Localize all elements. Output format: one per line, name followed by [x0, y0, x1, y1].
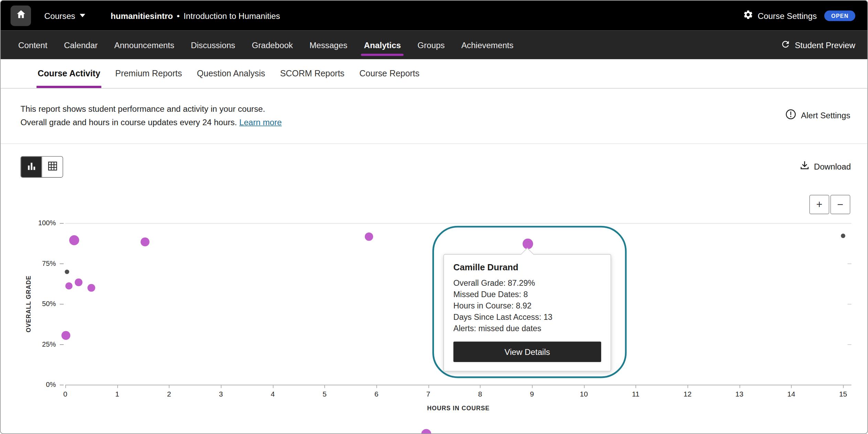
chart-view-button[interactable]	[21, 157, 42, 177]
x-tick-mark	[117, 385, 118, 388]
secondary-point[interactable]	[65, 269, 69, 274]
alert-settings-label: Alert Settings	[801, 110, 850, 120]
zoom-controls: + −	[809, 195, 850, 214]
y-tick-mark	[60, 263, 64, 264]
x-tick-mark	[584, 385, 585, 388]
nav-tab-content[interactable]: Content	[18, 31, 47, 59]
alert-icon	[785, 109, 796, 122]
subtab-course-reports[interactable]: Course Reports	[359, 59, 420, 88]
x-tick-mark	[273, 385, 273, 388]
student-tooltip: Camille Durand Overall Grade: 87.29% Mis…	[443, 254, 611, 371]
y-tick-mark-right	[847, 263, 851, 264]
course-nav: Content Calendar Announcements Discussio…	[1, 31, 868, 59]
tooltip-student-name: Camille Durand	[453, 262, 601, 272]
x-tick-label: 12	[684, 390, 692, 398]
student-point[interactable]	[69, 235, 79, 245]
subtab-scorm-reports[interactable]: SCORM Reports	[280, 59, 344, 88]
x-tick-label: 8	[478, 390, 482, 398]
course-title: humanitiesintro • Introduction to Humani…	[111, 11, 280, 20]
description-line2-wrap: Overall grade and hours in course update…	[21, 116, 282, 129]
x-tick-mark	[843, 385, 844, 388]
x-tick-label: 13	[735, 390, 743, 398]
nav-tab-groups[interactable]: Groups	[417, 31, 445, 59]
learn-more-link[interactable]: Learn more	[239, 117, 282, 127]
student-point[interactable]	[87, 284, 95, 292]
title-separator: •	[177, 11, 180, 20]
x-tick-mark	[687, 385, 688, 388]
y-tick-mark	[60, 344, 64, 345]
student-point[interactable]	[141, 237, 150, 246]
report-description: This report shows student performance an…	[21, 102, 282, 129]
x-tick-mark	[65, 385, 66, 388]
gear-icon	[743, 9, 753, 21]
zoom-in-button[interactable]: +	[809, 195, 829, 214]
home-button[interactable]	[11, 5, 31, 26]
course-name: Introduction to Humanities	[184, 11, 280, 20]
refresh-icon	[780, 39, 790, 51]
x-tick-label: 3	[219, 390, 223, 398]
x-tick-mark	[325, 385, 325, 388]
y-axis-title: OVERALL GRADE	[25, 275, 31, 333]
zoom-out-button[interactable]: −	[831, 195, 850, 214]
secondary-point[interactable]	[841, 234, 845, 238]
app-window: Courses humanitiesintro • Introduction t…	[0, 0, 868, 434]
student-point[interactable]	[62, 331, 70, 340]
alert-settings-button[interactable]: Alert Settings	[785, 109, 850, 122]
tooltip-hours-in-course: Hours in Course: 8.92	[453, 300, 601, 311]
view-toggle-group	[21, 156, 63, 178]
nav-items: Content Calendar Announcements Discussio…	[18, 31, 513, 59]
x-tick-mark	[739, 385, 740, 388]
tooltip-alerts: Alerts: missed due dates	[453, 323, 601, 334]
nav-tab-gradebook[interactable]: Gradebook	[252, 31, 293, 59]
description-line1: This report shows student performance an…	[21, 102, 282, 116]
y-tick-label: 100%	[23, 219, 56, 227]
x-tick-label: 9	[530, 390, 534, 398]
course-settings-button[interactable]: Course Settings	[743, 9, 817, 21]
subtab-question-analysis[interactable]: Question Analysis	[197, 59, 265, 88]
download-icon	[800, 160, 810, 172]
student-preview-button[interactable]: Student Preview	[780, 39, 855, 51]
courses-label: Courses	[44, 11, 75, 20]
y-tick-label: 75%	[23, 260, 56, 268]
x-tick-label: 14	[787, 390, 795, 398]
view-details-button[interactable]: View Details	[453, 341, 601, 362]
subtab-course-activity[interactable]: Course Activity	[37, 59, 100, 88]
y-tick-mark-right	[847, 304, 851, 305]
x-tick-mark	[428, 385, 429, 388]
x-tick-mark	[636, 385, 636, 388]
y-tick-mark	[60, 304, 64, 305]
top-gridline	[65, 223, 851, 224]
nav-tab-analytics[interactable]: Analytics	[364, 31, 401, 59]
student-point[interactable]	[365, 233, 373, 241]
student-preview-label: Student Preview	[795, 40, 855, 50]
y-tick-label: 25%	[23, 340, 56, 348]
nav-tab-messages[interactable]: Messages	[310, 31, 347, 59]
x-axis-title: HOURS IN COURSE	[427, 405, 490, 411]
x-tick-label: 6	[375, 390, 379, 398]
nav-tab-achievements[interactable]: Achievements	[461, 31, 513, 59]
download-button[interactable]: Download	[800, 160, 851, 172]
x-axis-line	[65, 385, 851, 386]
x-tick-mark	[169, 385, 170, 388]
x-tick-label: 7	[426, 390, 431, 398]
x-tick-mark	[480, 385, 481, 388]
x-tick-label: 0	[63, 390, 67, 398]
topbar-right: Course Settings OPEN	[743, 9, 855, 21]
x-tick-label: 11	[632, 390, 640, 398]
table-view-button[interactable]	[42, 157, 63, 177]
x-tick-label: 2	[167, 390, 171, 398]
x-tick-mark	[377, 385, 377, 388]
student-point[interactable]	[421, 429, 431, 434]
nav-tab-discussions[interactable]: Discussions	[191, 31, 235, 59]
courses-menu-button[interactable]: Courses	[44, 11, 85, 20]
course-open-badge[interactable]: OPEN	[825, 10, 855, 21]
tooltip-missed-due-dates: Missed Due Dates: 8	[453, 289, 601, 300]
nav-tab-calendar[interactable]: Calendar	[64, 31, 98, 59]
subtab-premium-reports[interactable]: Premium Reports	[115, 59, 182, 88]
y-tick-mark	[60, 385, 64, 386]
nav-tab-announcements[interactable]: Announcements	[114, 31, 174, 59]
student-point[interactable]	[75, 278, 83, 286]
x-tick-label: 1	[115, 390, 119, 398]
student-point[interactable]	[65, 283, 73, 290]
x-tick-label: 10	[580, 390, 588, 398]
